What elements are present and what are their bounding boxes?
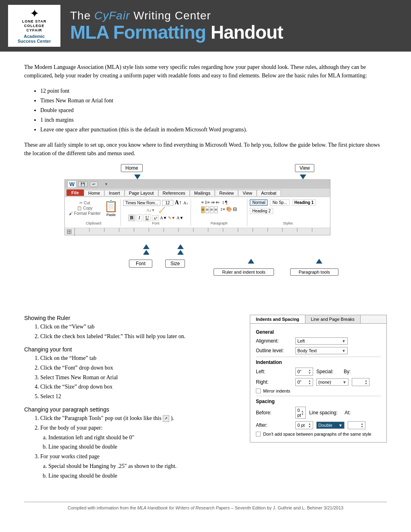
tab-mailings[interactable]: Mailings (190, 190, 215, 196)
after-spin[interactable]: 0 pt ▲▼ (295, 421, 313, 429)
border-icon[interactable]: ⊟ (233, 206, 237, 213)
alignment-dropdown[interactable]: Left ▼ (295, 337, 348, 345)
outline-label: Outline level: (256, 348, 292, 353)
indent-left-row: Left: 0" ▲▼ Special: By: (256, 368, 381, 376)
font-heading: Changing your font (24, 346, 242, 353)
by-spin[interactable]: ▲▼ (352, 378, 369, 386)
ribbon-wrapper: W 💾 ↩ ▼ File Home Insert Page Layout Ref… (64, 179, 330, 235)
after-spin-arrows: ▲▼ (308, 422, 311, 428)
tab-pagelayout[interactable]: Page Layout (125, 190, 158, 196)
paste-label: Paste (104, 213, 118, 217)
align-right-icon[interactable]: ≡ (210, 206, 214, 213)
align-left-icon[interactable]: ≡ (201, 206, 205, 213)
dialog-tab-indents[interactable]: Indents and Spacing (250, 315, 305, 323)
left-label: Left: (256, 369, 292, 374)
tab-acrobat[interactable]: Acrobat (257, 190, 281, 196)
right-spin[interactable]: 0" ▲▼ (295, 378, 313, 386)
list-icon[interactable]: ≡ (201, 200, 204, 206)
ruler-step-1: Click on the “View” tab (40, 322, 242, 332)
underline-btn[interactable]: U (143, 214, 151, 221)
ordered-list-icon[interactable]: 1≡ (205, 200, 210, 206)
special-dropdown[interactable]: (none) ▼ (316, 378, 349, 386)
bullet-item: 12 point font (40, 86, 387, 96)
style-h2[interactable]: Heading 2 (250, 208, 273, 214)
tab-file[interactable]: File (66, 189, 84, 196)
ruler-marks: | | | | | | | | | | | | | | | | | | (74, 228, 328, 236)
italic-btn[interactable]: I (137, 214, 142, 221)
callout-view: View (295, 164, 314, 172)
at-spin-arrows: ▲▼ (361, 422, 363, 428)
mirror-checkbox[interactable] (256, 389, 261, 393)
bullet-item: Double spaced (40, 106, 387, 115)
noadd-checkbox[interactable] (256, 432, 261, 436)
tab-review[interactable]: Review (215, 190, 238, 196)
clipboard-section: ✂ Cut 📋 Copy 🖌 Format Painter 📋 Paste Cl… (66, 199, 121, 226)
style-normal[interactable]: Normal (250, 200, 268, 206)
at-spin[interactable]: ▲▼ (348, 421, 365, 429)
strikethrough-btn[interactable]: x² (152, 215, 159, 221)
sort-icon[interactable]: ↕ (222, 200, 224, 206)
spacing-after-row: After: 0 pt ▲▼ Double ▼ ▲▼ (256, 421, 381, 429)
dropdown-arrow: ▼ (342, 339, 346, 343)
para-substeps-works: Special should be Hanging by .25" as sho… (48, 461, 242, 481)
left-spin[interactable]: 0" ▲▼ (295, 368, 313, 376)
para-sub-3: Special should be Hanging by .25" as sho… (48, 461, 242, 471)
callout-home: Home (121, 164, 143, 172)
undo-btn[interactable]: ↩ (90, 181, 98, 187)
font-dropdown[interactable]: Times New Rom... (123, 200, 160, 206)
linespace-icon[interactable]: ↕≡ (220, 206, 225, 213)
font-color-icon: A▼ (160, 216, 167, 220)
outline-dropdown[interactable]: Body Text ▼ (295, 347, 348, 354)
by-spin-arrows: ▲▼ (365, 379, 367, 385)
indent-right-row: Right: 0" ▲▼ (none) ▼ ▲▼ (256, 378, 381, 386)
bold-btn[interactable]: B (128, 214, 135, 221)
shading-icon[interactable]: 🎨 (226, 206, 232, 213)
footer-text: Compiled with information from the MLA H… (68, 505, 343, 510)
eraser-icon[interactable]: 🧹 (158, 207, 165, 214)
font-step-4: Click the “Size” drop down box (40, 382, 242, 392)
before-spin[interactable]: 0 pt ▲▼ (295, 407, 306, 419)
para-steps: Click the "Paragraph Tools" pop out (it … (40, 414, 242, 481)
after-label: After: (256, 422, 292, 428)
bullet-list: 12 point font Times New Roman or Arial f… (40, 86, 387, 134)
underline2-icon: A▼ (176, 216, 183, 220)
tab-references[interactable]: References (158, 190, 190, 196)
font-label: Font (152, 221, 160, 225)
paste-icon[interactable]: 📋 (104, 200, 118, 212)
divider-1 (256, 357, 381, 357)
save-btn[interactable]: 💾 (78, 181, 87, 187)
ribbon-tabbar: File Home Insert Page Layout References … (65, 189, 330, 197)
indent-icon[interactable]: ⇒ (211, 200, 215, 206)
style-nosp[interactable]: No Sp... (270, 200, 289, 206)
dialog-tab-linebreaks[interactable]: Line and Page Breaks (305, 315, 361, 323)
page-content: The Modern Language Association (MLA) st… (0, 52, 411, 493)
linespace-label: Line spacing: (309, 410, 341, 416)
aa-icon: Aa▼ (146, 208, 155, 212)
mirror-label: Mirror indents (263, 389, 290, 393)
para-substeps-body: Indentation left and right should be 0" … (48, 433, 242, 452)
grow-icon[interactable]: A↑ (175, 200, 182, 206)
ribbon-area: W 💾 ↩ ▼ File Home Insert Page Layout Ref… (64, 179, 347, 276)
copy-icon: 📋 Copy (77, 206, 92, 210)
intro-paragraph-1: The Modern Language Association (MLA) st… (24, 63, 387, 80)
justify-icon[interactable]: ≡ (214, 206, 218, 213)
tab-insert[interactable]: Insert (104, 190, 125, 196)
shrink-icon[interactable]: A↓ (183, 201, 188, 205)
align-center-icon[interactable]: ≡ (206, 206, 209, 213)
clipboard-label: Clipboard (86, 221, 102, 225)
linespace-dropdown[interactable]: Double ▼ (316, 422, 345, 429)
outline-row: Outline level: Body Text ▼ (256, 347, 381, 354)
tab-home[interactable]: Home (84, 190, 104, 196)
font-section: Times New Rom... 12 A↑ A↓ Aa▼ 🧹 B I (121, 199, 191, 226)
tab-view[interactable]: View (238, 190, 257, 196)
style-h1[interactable]: Heading 1 (292, 200, 316, 206)
word-ribbon-diagram: Home View W 💾 ↩ ▼ File Home Insert (64, 164, 347, 309)
linespace-arrow: ▼ (338, 423, 342, 428)
pilcrow-icon[interactable]: ¶ (225, 200, 227, 206)
outdent-icon[interactable]: ⇐ (216, 200, 220, 206)
arrow-font-up2 (143, 244, 149, 249)
divider-2 (256, 396, 381, 396)
font-step-2: Click the “Font” drop down box (40, 363, 242, 373)
header-title-bottom: MLA Formatting Handout (70, 22, 403, 43)
size-dropdown[interactable]: 12 (162, 200, 173, 206)
